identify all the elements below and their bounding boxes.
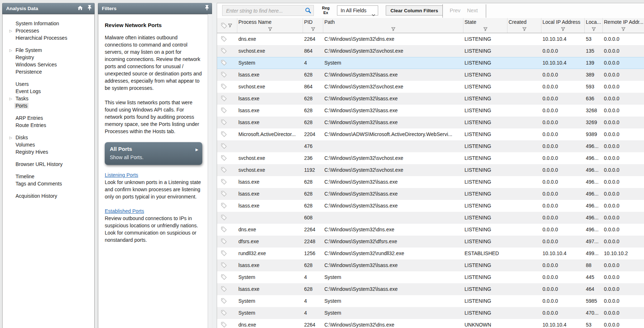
filter-funnel-icon[interactable] — [621, 27, 626, 31]
row-tag-cell[interactable] — [217, 57, 237, 69]
sidebar-item-disks[interactable]: ▷Disks — [3, 134, 94, 141]
expand-arrow-icon[interactable]: ▷ — [9, 95, 12, 102]
row-tag-cell[interactable] — [217, 283, 237, 295]
sidebar-item-system-information[interactable]: System Information — [3, 20, 94, 27]
expand-arrow-icon[interactable]: ▷ — [9, 134, 12, 141]
row-tag-cell[interactable] — [217, 176, 237, 188]
table-row[interactable]: svchost.exe1192C:\Windows\System32\svcho… — [217, 164, 644, 176]
sidebar-item-hierarchical-processes[interactable]: Hierarchical Processes — [3, 34, 94, 41]
clear-column-filters-button[interactable]: Clear Column Filters — [386, 5, 443, 16]
filter-funnel-icon[interactable] — [268, 27, 272, 31]
filters-scrollbar[interactable] — [208, 14, 212, 328]
sidebar-item-tags-and-comments[interactable]: Tags and Comments — [3, 180, 94, 187]
field-scope-select[interactable]: In All Fields — [337, 5, 378, 16]
sidebar-item-browser-url-history[interactable]: Browser URL History — [3, 161, 94, 168]
filter-funnel-icon[interactable] — [228, 23, 232, 28]
table-row[interactable]: lsass.exe628C:\Windows\System32\lsass.ex… — [217, 188, 644, 200]
home-icon[interactable] — [77, 5, 83, 12]
pin-icon[interactable] — [205, 5, 209, 12]
row-tag-cell[interactable] — [217, 164, 237, 176]
sidebar-item-route-entries[interactable]: Route Entries — [3, 122, 94, 129]
row-tag-cell[interactable] — [217, 81, 237, 93]
expand-arrow-icon[interactable]: ▷ — [9, 47, 12, 54]
column-header-state[interactable]: State — [463, 18, 507, 33]
table-row[interactable]: lsass.exe628C:\Windows\System32\lsass.ex… — [217, 69, 644, 81]
row-tag-cell[interactable] — [217, 45, 237, 57]
next-button[interactable]: Next — [467, 3, 478, 18]
search-input[interactable] — [225, 6, 303, 16]
filter-funnel-icon[interactable] — [522, 27, 527, 31]
filter-funnel-icon[interactable] — [561, 27, 565, 31]
expand-arrow-icon[interactable]: ▷ — [9, 27, 12, 35]
sidebar-item-registry[interactable]: Registry — [3, 54, 94, 61]
table-row[interactable]: dns.exe2264C:\Windows\System32\dns.exeLI… — [217, 33, 644, 45]
row-tag-cell[interactable] — [217, 236, 237, 248]
sidebar-item-windows-services[interactable]: Windows Services — [3, 61, 94, 68]
table-row[interactable]: dfsrs.exe2248C:\Windows\System32\dfsrs.e… — [217, 236, 644, 248]
column-header-pid[interactable]: PID — [303, 18, 323, 33]
prev-button[interactable]: Prev — [450, 3, 461, 18]
table-row[interactable]: System4SystemLISTENING0.0.0.059850.0.0.0 — [217, 295, 644, 307]
table-row[interactable]: lsass.exe628C:\Windows\System32\lsass.ex… — [217, 176, 644, 188]
row-tag-cell[interactable] — [217, 128, 237, 140]
column-header-created[interactable]: Created — [507, 18, 541, 33]
filter-funnel-icon[interactable] — [592, 27, 596, 31]
column-header-path[interactable]: Path — [323, 18, 463, 33]
table-row[interactable]: lsass.exe628C:\Windows\System32\lsass.ex… — [217, 117, 644, 128]
row-tag-cell[interactable] — [217, 307, 237, 319]
table-left-scrollbar[interactable] — [212, 3, 217, 328]
search-icon[interactable] — [305, 7, 311, 15]
row-tag-cell[interactable] — [217, 212, 237, 224]
row-tag-cell[interactable] — [217, 319, 237, 328]
row-tag-cell[interactable] — [217, 117, 237, 128]
table-row[interactable]: lsass.exe628C:\Windows\System32\lsass.ex… — [217, 93, 644, 105]
row-tag-cell[interactable] — [217, 248, 237, 259]
table-row[interactable]: Microsoft.ActiveDirector...2204C:\Window… — [217, 128, 644, 140]
column-header-remote-ip-addr-[interactable]: Remote IP Addr... — [603, 18, 644, 33]
filter-funnel-icon[interactable] — [483, 27, 488, 31]
table-row[interactable]: svchost.exe864C:\Windows\System32\svchos… — [217, 45, 644, 57]
table-row[interactable]: lsass.exe628C:\Windows\System32\lsass.ex… — [217, 105, 644, 117]
column-header-tag[interactable] — [217, 18, 237, 33]
table-row[interactable]: System4SystemLISTENING0.0.0.0470...0.0.0… — [217, 307, 644, 319]
table-row[interactable]: lsass.exe628C:\Windows\System32\lsass.ex… — [217, 283, 644, 295]
row-tag-cell[interactable] — [217, 152, 237, 164]
sidebar-item-file-system[interactable]: ▷File System — [3, 47, 94, 54]
pin-icon[interactable] — [87, 5, 92, 12]
filter-funnel-icon[interactable] — [311, 27, 315, 31]
row-tag-cell[interactable] — [217, 295, 237, 307]
sidebar-item-timeline[interactable]: Timeline — [3, 173, 94, 180]
table-row[interactable]: svchost.exe236C:\Windows\System32\svchos… — [217, 152, 644, 164]
listening-ports-link[interactable]: Listening Ports — [105, 171, 138, 179]
table-row[interactable]: System4SystemLISTENING10.10.10.41390.0.0… — [217, 57, 644, 69]
row-tag-cell[interactable] — [217, 33, 237, 45]
table-row[interactable]: System4SystemLISTENING0.0.0.04450.0.0.0 — [217, 271, 644, 283]
sidebar-item-arp-entries[interactable]: ARP Entries — [3, 114, 94, 122]
sidebar-item-users[interactable]: Users — [3, 80, 94, 88]
table-row[interactable]: lsass.exe628C:\Windows\System32\lsass.ex… — [217, 200, 644, 212]
row-tag-cell[interactable] — [217, 93, 237, 105]
row-tag-cell[interactable] — [217, 259, 237, 271]
regex-toggle[interactable]: Reg Ex — [320, 6, 332, 15]
table-row[interactable]: lsass.exe628C:\Windows\System32\lsass.ex… — [217, 259, 644, 271]
row-tag-cell[interactable] — [217, 69, 237, 81]
sidebar-item-processes[interactable]: ▷Processes — [3, 27, 94, 34]
table-row[interactable]: svchost.exe864C:\Windows\System32\svchos… — [217, 81, 644, 93]
row-tag-cell[interactable] — [217, 224, 237, 236]
sidebar-item-tasks[interactable]: ▷Tasks — [3, 95, 94, 102]
table-row[interactable]: dns.exe2264C:\Windows\System32\dns.exeLI… — [217, 224, 644, 236]
table-row[interactable]: rundll32.exe1256C:\Windows\System32\rund… — [217, 248, 644, 259]
sidebar-item-acquisition-history[interactable]: Acquisition History — [3, 192, 94, 200]
row-tag-cell[interactable] — [217, 271, 237, 283]
row-tag-cell[interactable] — [217, 200, 237, 212]
sidebar-item-persistence[interactable]: Persistence — [3, 68, 94, 75]
row-tag-cell[interactable] — [217, 140, 237, 152]
column-header-loca-[interactable]: Loca... — [585, 18, 603, 33]
column-header-local-ip-address[interactable]: Local IP Address — [541, 18, 585, 33]
all-ports-button[interactable]: All Ports Show all Ports. ▶ — [105, 142, 202, 165]
sidebar-item-ports[interactable]: Ports — [3, 102, 94, 109]
table-row[interactable]: 476LISTENING0.0.0.0496...0.0.0.0 — [217, 140, 644, 152]
sidebar-item-volumes[interactable]: Volumes — [3, 141, 94, 148]
sidebar-item-registry-hives[interactable]: Registry Hives — [3, 148, 94, 156]
established-ports-link[interactable]: Established Ports — [105, 207, 144, 215]
